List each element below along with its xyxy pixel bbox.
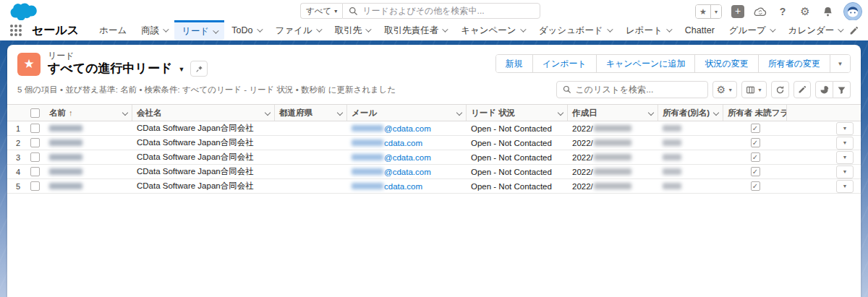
list-view-card: ★ リード すべての進行中リード ▼ 新規インポートキャンペーンに追加状況の変更… — [7, 45, 861, 297]
company-cell: CData Software Japan合同会社 — [132, 165, 275, 178]
redacted-date — [594, 154, 631, 160]
nav-tab[interactable]: ホーム — [92, 20, 134, 40]
column-menu-chevron-icon[interactable] — [648, 110, 654, 116]
list-action-button[interactable]: 所有者の変更 — [758, 55, 830, 72]
setup-gear-icon[interactable]: ⚙ — [799, 5, 812, 18]
email-link[interactable]: @cdata.com — [384, 168, 431, 176]
nav-tab[interactable]: 取引先責任者 — [377, 20, 454, 40]
list-action-button[interactable]: 状況の変更 — [694, 55, 757, 72]
row-actions-caret-icon[interactable]: ▼ — [836, 137, 854, 150]
prefecture-cell — [275, 165, 347, 178]
nav-tab[interactable]: Chatter — [678, 20, 722, 40]
more-actions-caret-icon[interactable]: ▼ — [830, 55, 850, 72]
column-header[interactable]: 会社名 — [132, 105, 275, 121]
column-menu-chevron-icon[interactable] — [337, 110, 343, 116]
guidance-center-icon[interactable] — [754, 5, 767, 18]
page-background: ★ リード すべての進行中リード ▼ 新規インポートキャンペーンに追加状況の変更… — [0, 40, 868, 297]
row-actions-caret-icon[interactable]: ▼ — [836, 165, 854, 178]
column-header[interactable]: 所有者 未読フラグ — [723, 105, 787, 121]
email-cell: @cdata.com — [347, 150, 467, 164]
column-header[interactable]: メール — [347, 105, 467, 121]
column-header[interactable]: 名前↑ — [45, 105, 132, 121]
search-scope-selector[interactable]: すべて ▾ — [300, 3, 342, 19]
lead-name-cell[interactable] — [45, 150, 132, 164]
pin-list-button[interactable] — [190, 61, 208, 77]
select-all-checkbox[interactable] — [30, 108, 40, 118]
lead-name-cell[interactable] — [45, 179, 132, 193]
app-launcher-icon[interactable] — [10, 25, 22, 36]
email-link[interactable]: cdata.com — [384, 139, 422, 147]
nav-tab[interactable]: リード — [174, 20, 224, 40]
column-menu-chevron-icon[interactable] — [122, 110, 128, 116]
unread-flag-checkbox[interactable]: ✓ — [751, 138, 760, 147]
lead-status-cell: Open - Not Contacted — [467, 136, 568, 150]
list-search-input[interactable] — [576, 85, 702, 95]
nav-tab[interactable]: ファイル — [268, 20, 328, 40]
nav-tab-label: 商談 — [141, 25, 159, 37]
email-link[interactable]: cdata.com — [384, 182, 422, 191]
app-navigation-bar: セールス ホーム 商談 リード ToDo ファイル 取引先 取引先責任者 キャン… — [0, 20, 868, 40]
email-link[interactable]: @cdata.com — [384, 124, 431, 133]
owner-alias-cell — [658, 165, 723, 178]
nav-tab[interactable]: グループ — [722, 20, 781, 40]
nav-tab[interactable]: ToDo — [224, 20, 268, 40]
global-actions-icon[interactable]: + — [731, 5, 744, 18]
column-menu-chevron-icon[interactable] — [558, 110, 563, 116]
row-checkbox[interactable] — [30, 124, 40, 133]
list-view-selector-caret-icon[interactable]: ▼ — [178, 64, 184, 73]
charts-icon[interactable] — [815, 81, 833, 98]
nav-tab-label: ToDo — [231, 25, 252, 35]
global-search-input[interactable] — [362, 6, 534, 16]
list-action-button[interactable]: 新規 — [496, 55, 532, 72]
row-checkbox[interactable] — [30, 181, 40, 191]
favorites-caret-icon[interactable]: ▾ — [710, 5, 721, 18]
column-header-label: 都道府県 — [279, 108, 312, 119]
column-header[interactable]: リード 状況 — [467, 105, 568, 121]
list-action-button[interactable]: キャンペーンに追加 — [596, 55, 695, 72]
column-menu-chevron-icon[interactable] — [456, 110, 462, 116]
email-link[interactable]: @cdata.com — [384, 153, 431, 162]
row-actions-caret-icon[interactable]: ▼ — [836, 151, 854, 164]
display-as-columns-icon[interactable]: ▼ — [741, 81, 767, 98]
search-icon — [349, 7, 358, 16]
chevron-down-icon — [838, 26, 844, 32]
favorites-star-icon[interactable]: ★ — [696, 5, 710, 18]
notifications-bell-icon[interactable] — [821, 5, 834, 18]
inline-edit-pencil-icon[interactable] — [793, 81, 811, 98]
chevron-down-icon — [316, 26, 322, 32]
column-header[interactable]: 所有者(別名) — [658, 105, 723, 121]
user-avatar[interactable] — [843, 2, 862, 21]
row-actions-header — [787, 105, 861, 121]
lead-name-cell[interactable] — [45, 165, 132, 178]
column-header[interactable]: 作成日 — [568, 105, 658, 121]
unread-flag-checkbox[interactable]: ✓ — [751, 167, 760, 176]
nav-tab[interactable]: ダッシュボード — [532, 20, 618, 40]
redacted-owner — [663, 168, 681, 175]
unread-flag-checkbox[interactable]: ✓ — [751, 181, 760, 191]
row-checkbox[interactable] — [30, 167, 40, 176]
nav-tab[interactable]: レポート — [618, 20, 678, 40]
nav-tab-label: 取引先責任者 — [384, 25, 438, 37]
nav-tab[interactable]: 商談 — [134, 20, 174, 40]
filter-funnel-icon[interactable] — [833, 81, 851, 98]
nav-tab[interactable]: 取引先 — [328, 20, 378, 40]
refresh-icon[interactable] — [771, 81, 789, 98]
unread-flag-checkbox[interactable]: ✓ — [751, 124, 760, 133]
lead-name-cell[interactable] — [45, 121, 132, 135]
nav-tab[interactable]: キャンペーン — [454, 20, 531, 40]
column-header[interactable]: 都道府県 — [275, 105, 347, 121]
unread-flag-checkbox[interactable]: ✓ — [751, 152, 760, 162]
row-actions-caret-icon[interactable]: ▼ — [836, 122, 854, 135]
edit-navigation-pencil-icon[interactable] — [846, 23, 861, 38]
row-checkbox[interactable] — [30, 138, 40, 147]
column-menu-chevron-icon[interactable] — [265, 110, 271, 116]
column-menu-chevron-icon[interactable] — [713, 110, 719, 116]
lead-name-cell[interactable] — [45, 136, 132, 150]
global-search-box — [342, 3, 540, 19]
nav-tab[interactable]: カレンダー — [781, 20, 846, 40]
list-settings-gear-icon[interactable]: ⚙▼ — [712, 81, 738, 98]
help-icon[interactable]: ? — [776, 5, 789, 18]
list-action-button[interactable]: インポート — [532, 55, 596, 72]
row-checkbox[interactable] — [30, 152, 40, 162]
row-actions-caret-icon[interactable]: ▼ — [836, 180, 854, 193]
